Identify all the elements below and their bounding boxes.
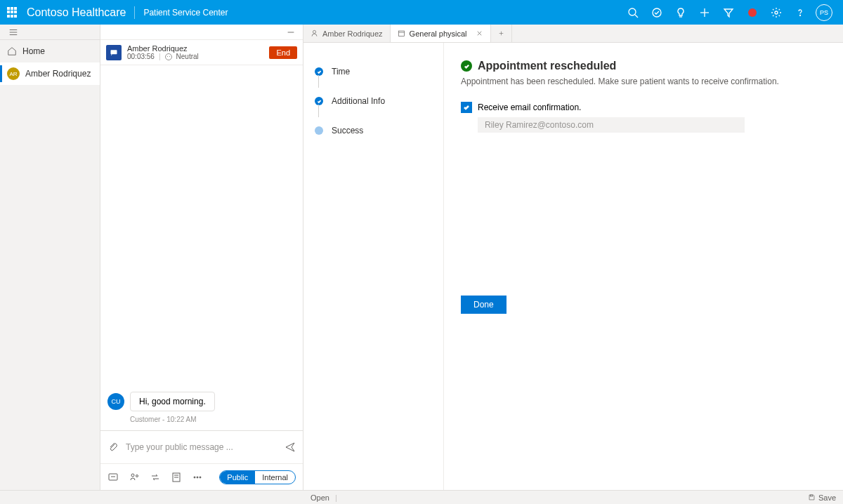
message-row: CU Hi, good morning. xyxy=(107,392,296,411)
user-avatar[interactable]: PS xyxy=(812,0,836,25)
conversation-customer-name: Amber Rodriquez xyxy=(127,44,269,53)
conversation-panel: Amber Rodriquez 00:03:56 | Neutral End C… xyxy=(100,25,303,490)
task-check-icon[interactable] xyxy=(645,0,669,25)
svg-point-23 xyxy=(200,477,201,478)
done-button[interactable]: Done xyxy=(461,296,507,314)
transfer-icon[interactable] xyxy=(150,472,161,483)
svg-point-24 xyxy=(313,30,315,33)
message-input[interactable] xyxy=(126,442,277,452)
email-input[interactable]: Riley Ramirez@contoso.com xyxy=(478,117,745,133)
svg-rect-31 xyxy=(810,495,812,496)
brand-title: Contoso Healthcare xyxy=(27,6,126,19)
svg-point-21 xyxy=(194,477,195,478)
detail-title: Appointment rescheduled xyxy=(478,60,616,72)
visibility-toggle[interactable]: Public Internal xyxy=(219,470,296,484)
progress-steps: Time Additional Info Success xyxy=(303,43,444,490)
more-icon[interactable] xyxy=(192,472,203,483)
step-success-label: Success xyxy=(332,126,363,135)
left-navigation: Home AR Amber Rodriquez xyxy=(0,25,100,490)
svg-point-22 xyxy=(197,477,198,478)
step-success[interactable]: Success xyxy=(315,116,443,145)
svg-line-1 xyxy=(635,15,638,18)
email-confirmation-label: Receive email confirmation. xyxy=(478,102,581,112)
svg-point-2 xyxy=(653,8,661,17)
toggle-internal[interactable]: Internal xyxy=(255,471,295,484)
nav-session-item[interactable]: AR Amber Rodriquez xyxy=(0,62,100,85)
email-confirmation-checkbox[interactable] xyxy=(461,102,472,113)
step-additional-label: Additional Info xyxy=(332,96,385,106)
message-avatar: CU xyxy=(107,393,124,410)
svg-point-0 xyxy=(629,8,636,15)
svg-point-7 xyxy=(775,11,778,14)
success-check-icon xyxy=(461,60,472,72)
message-timestamp: Customer - 10:22 AM xyxy=(130,416,296,423)
header-divider xyxy=(134,6,135,19)
nav-home[interactable]: Home xyxy=(0,40,100,62)
channel-chat-icon xyxy=(106,45,122,60)
tab-appointment-label: General physical xyxy=(410,29,467,38)
svg-marker-6 xyxy=(724,9,733,17)
message-list: CU Hi, good morning. Customer - 10:22 AM xyxy=(100,65,303,430)
conversation-header: Amber Rodriquez 00:03:56 | Neutral End xyxy=(100,40,303,65)
send-icon[interactable] xyxy=(285,442,296,453)
settings-gear-icon[interactable] xyxy=(764,0,788,25)
status-open[interactable]: Open xyxy=(311,493,329,502)
conversation-timer: 00:03:56 xyxy=(127,53,155,60)
step-time[interactable]: Time xyxy=(315,57,443,86)
svg-rect-13 xyxy=(111,50,117,54)
step-additional-info[interactable]: Additional Info xyxy=(315,86,443,116)
workspace: Amber Rodriquez General physical Time Ad… xyxy=(303,25,843,490)
detail-pane: Appointment rescheduled Appointment has … xyxy=(444,43,843,490)
tab-close-icon[interactable] xyxy=(476,29,483,37)
detail-subtitle: Appointment has been rescheduled. Make s… xyxy=(461,77,826,86)
nav-session-label: Amber Rodriquez xyxy=(25,69,91,79)
filter-icon[interactable] xyxy=(717,0,740,25)
svg-point-17 xyxy=(136,475,138,477)
tab-appointment[interactable]: General physical xyxy=(391,25,491,42)
toggle-public[interactable]: Public xyxy=(220,471,255,484)
quick-reply-icon[interactable] xyxy=(107,472,119,483)
app-launcher-icon[interactable] xyxy=(7,7,18,18)
global-header: Contoso Healthcare Patient Service Cente… xyxy=(0,0,843,25)
compose-area: Public Internal xyxy=(100,430,303,490)
new-tab-button[interactable] xyxy=(491,25,512,42)
help-icon[interactable] xyxy=(788,0,812,25)
nav-collapse-toggle[interactable] xyxy=(0,25,100,40)
tab-customer[interactable]: Amber Rodriquez xyxy=(303,25,391,42)
nav-home-label: Home xyxy=(22,46,45,56)
tab-customer-label: Amber Rodriquez xyxy=(322,29,383,38)
nav-session-avatar: AR xyxy=(7,67,20,80)
consult-icon[interactable] xyxy=(129,472,140,483)
sentiment-neutral-icon xyxy=(165,53,172,60)
status-bar: Open | Save xyxy=(0,490,843,504)
search-icon[interactable] xyxy=(621,0,645,25)
tab-strip: Amber Rodriquez General physical xyxy=(303,25,843,43)
attachment-icon[interactable] xyxy=(107,442,119,453)
message-bubble: Hi, good morning. xyxy=(130,392,215,411)
lightbulb-icon[interactable] xyxy=(669,0,693,25)
svg-point-8 xyxy=(800,15,801,15)
record-indicator[interactable] xyxy=(740,0,764,25)
notes-icon[interactable] xyxy=(171,472,182,483)
save-button[interactable]: Save xyxy=(808,493,836,502)
save-label: Save xyxy=(818,493,836,502)
app-subtitle: Patient Service Center xyxy=(143,8,228,18)
sentiment-label: Neutral xyxy=(176,53,199,60)
step-time-label: Time xyxy=(332,67,350,77)
end-conversation-button[interactable]: End xyxy=(269,46,297,59)
svg-point-16 xyxy=(131,474,134,477)
svg-rect-25 xyxy=(398,31,404,37)
add-icon[interactable] xyxy=(693,0,717,25)
conversation-minimize[interactable] xyxy=(100,25,303,40)
